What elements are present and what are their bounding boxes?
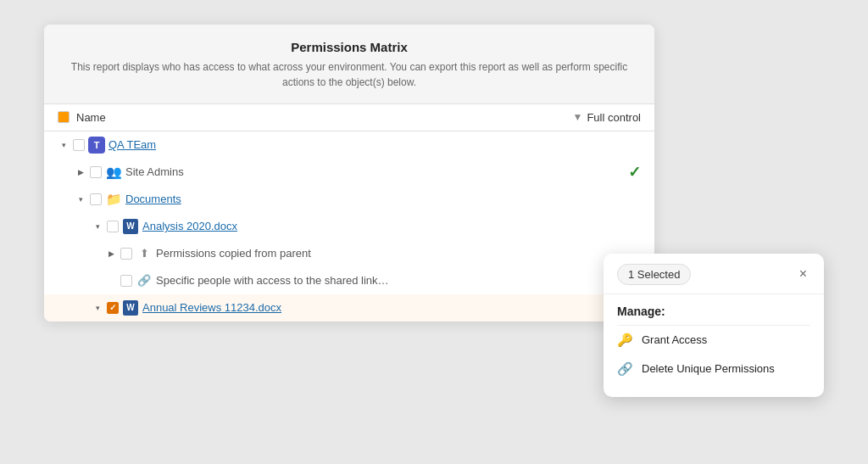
delete-permissions-label: Delete Unique Permissions bbox=[642, 362, 775, 375]
full-control-label: Full control bbox=[587, 111, 641, 124]
name-column-header: Name bbox=[58, 111, 531, 124]
table-row: ▶ 👥 Site Admins ✓ bbox=[44, 159, 654, 186]
table-row: 🔗 Specific people with access to the sha… bbox=[44, 267, 654, 294]
checkmark-icon: ✓ bbox=[628, 163, 641, 182]
grant-access-item[interactable]: 🔑 Grant Access bbox=[604, 326, 824, 355]
row-content: ▾ T QA TEam bbox=[58, 137, 531, 154]
grant-access-label: Grant Access bbox=[642, 333, 707, 346]
row-content: 🔗 Specific people with access to the sha… bbox=[105, 272, 531, 289]
expand-button[interactable]: ▶ bbox=[105, 248, 117, 260]
table-area: Name ▼ Full control ▾ T QA TEam bbox=[44, 104, 654, 321]
row-label: Permissions copied from parent bbox=[156, 247, 311, 260]
link-icon: 🔗 bbox=[136, 272, 153, 289]
manage-title: Manage: bbox=[604, 294, 824, 325]
selected-badge: 1 Selected bbox=[617, 264, 691, 285]
row-checkbox[interactable] bbox=[90, 166, 102, 178]
row-checkbox[interactable] bbox=[73, 139, 85, 151]
word-icon: W bbox=[122, 218, 139, 235]
row-checkbox[interactable] bbox=[90, 193, 102, 205]
key-icon: 🔑 bbox=[617, 333, 633, 348]
panel-title: Permissions Matrix bbox=[64, 40, 634, 54]
table-row: ▶ ⬆ Permissions copied from parent bbox=[44, 240, 654, 267]
scene: Permissions Matrix This report displays … bbox=[44, 25, 824, 440]
row-content: ▾ W Analysis 2020.docx bbox=[92, 218, 531, 235]
row-label[interactable]: QA TEam bbox=[108, 138, 156, 151]
row-content: ▶ ⬆ Permissions copied from parent bbox=[105, 245, 531, 262]
row-label[interactable]: Documents bbox=[125, 193, 181, 205]
panel-subtitle: This report displays who has access to w… bbox=[64, 59, 634, 90]
chain-icon: 🔗 bbox=[617, 361, 633, 377]
expand-button[interactable]: ▶ bbox=[75, 166, 86, 178]
row-label[interactable]: Analysis 2020.docx bbox=[142, 220, 237, 232]
row-label[interactable]: Annual Reviews 11234.docx bbox=[142, 301, 281, 314]
name-label: Name bbox=[76, 111, 106, 124]
expand-button[interactable]: ▾ bbox=[75, 193, 86, 205]
tree-rows: ▾ T QA TEam ▶ 👥 Site Admins bbox=[44, 131, 654, 321]
folder-icon: 📁 bbox=[105, 191, 122, 208]
row-label: Site Admins bbox=[125, 165, 184, 178]
popup-header: 1 Selected × bbox=[604, 254, 824, 294]
table-row: ▾ W Analysis 2020.docx bbox=[44, 213, 654, 240]
teams-icon: T bbox=[88, 137, 105, 154]
inherit-icon: ⬆ bbox=[136, 245, 153, 262]
expand-button[interactable]: ▾ bbox=[92, 302, 103, 314]
expand-button[interactable]: ▾ bbox=[92, 221, 103, 232]
popup-close-button[interactable]: × bbox=[796, 267, 810, 281]
header-checkbox[interactable] bbox=[58, 111, 70, 123]
full-control-column-header: ▼ Full control bbox=[531, 111, 641, 124]
panel-header: Permissions Matrix This report displays … bbox=[44, 25, 654, 104]
row-checkbox[interactable] bbox=[107, 302, 119, 314]
row-checkbox[interactable] bbox=[107, 221, 119, 232]
filter-icon[interactable]: ▼ bbox=[573, 111, 583, 123]
word-icon: W bbox=[122, 299, 139, 316]
row-content: ▾ 📁 Documents bbox=[75, 191, 531, 208]
column-headers: Name ▼ Full control bbox=[44, 104, 654, 131]
row-checkbox[interactable] bbox=[120, 275, 132, 287]
table-row: ▾ 📁 Documents bbox=[44, 186, 654, 213]
main-panel: Permissions Matrix This report displays … bbox=[44, 25, 654, 321]
people-icon: 👥 bbox=[105, 164, 122, 181]
row-value: ✓ bbox=[531, 163, 641, 182]
row-checkbox[interactable] bbox=[120, 248, 132, 260]
table-row: ▾ T QA TEam bbox=[44, 131, 654, 159]
popup-panel: 1 Selected × Manage: 🔑 Grant Access 🔗 De… bbox=[604, 254, 824, 397]
row-content: ▾ W Annual Reviews 11234.docx bbox=[92, 299, 531, 316]
delete-permissions-item[interactable]: 🔗 Delete Unique Permissions bbox=[604, 355, 824, 383]
expand-button[interactable]: ▾ bbox=[58, 139, 70, 151]
table-row: ▾ W Annual Reviews 11234.docx bbox=[44, 294, 654, 321]
row-label: Specific people with access to the share… bbox=[156, 274, 389, 287]
row-content: ▶ 👥 Site Admins bbox=[75, 164, 531, 181]
